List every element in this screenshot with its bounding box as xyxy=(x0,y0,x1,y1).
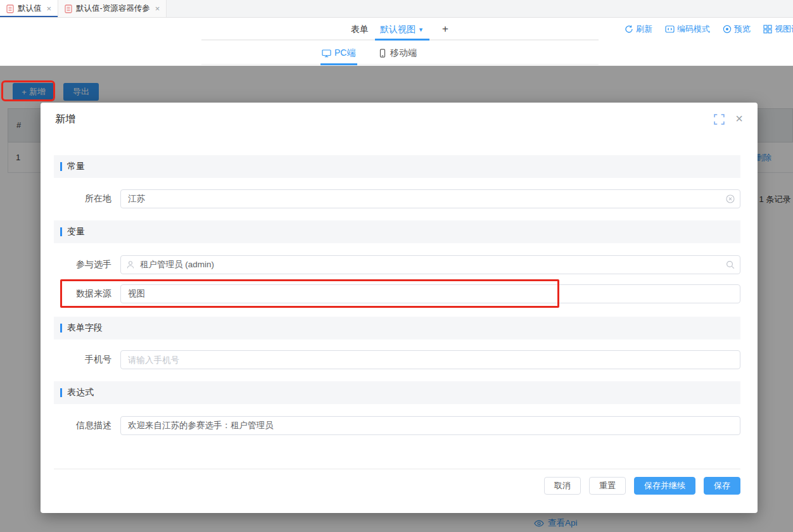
footer-divider xyxy=(54,469,740,469)
field-participant: 参与选手 xyxy=(54,255,740,274)
field-label: 手机号 xyxy=(54,354,111,365)
section-bar xyxy=(60,324,62,332)
field-location: 所在地 xyxy=(54,189,740,208)
monitor-icon xyxy=(322,49,331,58)
code-mode-button[interactable]: 编码模式 xyxy=(665,23,710,35)
section-bar xyxy=(60,388,62,397)
field-phone: 手机号 xyxy=(54,350,740,369)
chevron-down-icon: ▼ xyxy=(418,27,424,33)
refresh-button[interactable]: 刷新 xyxy=(625,23,652,35)
section-form-fields: 表单字段 xyxy=(54,317,740,339)
preview-icon xyxy=(723,25,732,34)
window-tab-resource-container[interactable]: 默认值-资源容器传参 × xyxy=(58,0,167,17)
tab-mobile[interactable]: 移动端 xyxy=(378,41,417,66)
phone-icon xyxy=(378,49,387,58)
phone-input[interactable] xyxy=(120,350,740,369)
field-label: 信息描述 xyxy=(54,420,111,431)
document-icon xyxy=(65,4,72,13)
location-input[interactable] xyxy=(120,189,740,208)
window-tab-bar: 默认值 × 默认值-资源容器传参 × xyxy=(0,0,793,18)
preview-button[interactable]: 预览 xyxy=(723,23,751,35)
description-input[interactable] xyxy=(120,416,740,435)
field-label: 数据来源 xyxy=(54,288,111,300)
section-variable: 变量 xyxy=(54,220,740,243)
active-device-underline xyxy=(320,63,357,65)
section-bar xyxy=(60,162,62,171)
search-icon[interactable] xyxy=(726,260,735,269)
add-view-tab-button[interactable]: + xyxy=(442,18,448,41)
participant-input[interactable] xyxy=(120,255,740,274)
view-settings-button[interactable]: 视图设置 xyxy=(763,23,793,35)
close-icon[interactable]: × xyxy=(155,4,160,13)
document-icon xyxy=(6,4,14,13)
cancel-button[interactable]: 取消 xyxy=(544,477,581,495)
close-icon[interactable]: × xyxy=(731,109,747,128)
window-tab-label: 默认值 xyxy=(18,3,42,14)
data-source-input[interactable] xyxy=(120,284,740,303)
field-label: 参与选手 xyxy=(54,259,111,270)
view-toolbar: 表单 默认视图▼ + 刷新 编码模式 预览 视图设置 xyxy=(0,18,793,41)
tab-default-view[interactable]: 默认视图▼ xyxy=(380,18,424,41)
field-data-source: 数据来源 xyxy=(54,284,740,303)
window-tab-default-value[interactable]: 默认值 × xyxy=(0,0,58,17)
section-constant: 常量 xyxy=(54,155,740,178)
grid-icon xyxy=(763,25,772,34)
code-mode-icon xyxy=(665,25,675,34)
close-icon[interactable]: × xyxy=(47,4,52,13)
field-description: 信息描述 xyxy=(54,416,740,435)
fullscreen-icon[interactable] xyxy=(714,114,725,125)
modal-footer: 取消 重置 保存并继续 保存 xyxy=(54,476,740,495)
section-expression: 表达式 xyxy=(54,381,740,404)
tab-pc[interactable]: PC端 xyxy=(322,41,355,66)
save-button[interactable]: 保存 xyxy=(704,477,740,495)
reset-button[interactable]: 重置 xyxy=(589,477,626,495)
modal-title: 新增 xyxy=(55,113,75,126)
section-bar xyxy=(60,227,62,236)
clear-icon[interactable] xyxy=(726,194,735,203)
window-tab-label: 默认值-资源容器传参 xyxy=(76,3,150,14)
user-icon xyxy=(126,260,135,269)
device-tab-bar: PC端 移动端 xyxy=(0,41,793,66)
toolbar-actions: 刷新 编码模式 预览 视图设置 xyxy=(625,18,793,41)
tab-form[interactable]: 表单 xyxy=(351,18,369,41)
add-record-modal: 新增 × 常量 所在地 变量 参与选手 xyxy=(41,103,758,513)
save-continue-button[interactable]: 保存并继续 xyxy=(634,477,695,495)
screen: 默认值 × 默认值-资源容器传参 × 表单 默认视图▼ + 刷新 编码模式 xyxy=(0,0,793,532)
field-label: 所在地 xyxy=(54,193,111,205)
refresh-icon xyxy=(625,25,633,34)
